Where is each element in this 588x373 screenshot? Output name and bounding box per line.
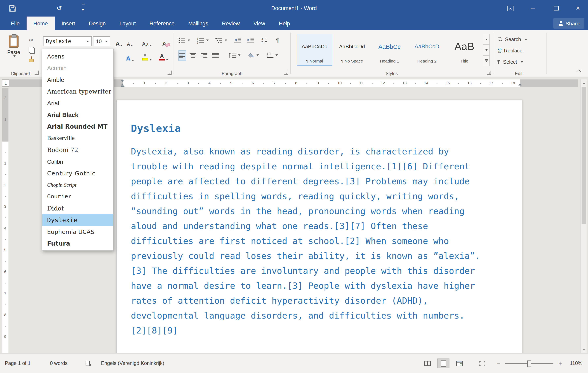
font-option[interactable]: Didot [42, 202, 113, 214]
font-option[interactable]: Arial Rounded MT [42, 121, 113, 132]
font-option[interactable]: Baskerville [42, 132, 113, 144]
font-option[interactable]: Chopin Script [42, 179, 113, 191]
shading-button[interactable] [248, 50, 259, 60]
zoom-slider-thumb[interactable] [527, 360, 531, 367]
font-option[interactable]: Arial [42, 97, 113, 109]
style-chip[interactable]: AaBbCcDd ¶ No Space [334, 34, 370, 66]
style-chip[interactable]: AaBbCcDd ¶ Normal [297, 34, 332, 66]
right-indent-marker[interactable] [518, 83, 522, 86]
styles-scroll-down-button[interactable] [483, 44, 490, 56]
ribbon-tab[interactable]: Help [272, 17, 297, 30]
minimize-button[interactable] [526, 0, 540, 17]
format-painter-button[interactable] [25, 55, 37, 64]
copy-button[interactable] [25, 45, 37, 54]
zoom-out-button[interactable]: − [495, 360, 501, 367]
vertical-scrollbar[interactable] [580, 79, 587, 353]
align-right-button[interactable] [201, 50, 208, 60]
multilevel-list-button[interactable] [215, 35, 227, 45]
paste-button[interactable]: Paste [3, 34, 24, 67]
left-indent-marker[interactable] [121, 86, 125, 87]
language-indicator[interactable]: Engels (Verenigd Koninkrijk) [101, 361, 164, 366]
ribbon-tab[interactable]: Design [82, 17, 113, 30]
show-hide-paragraph-button[interactable]: ¶ [276, 35, 279, 45]
document-body-text[interactable]: Dyslexia, also known as reading disorder… [131, 144, 510, 338]
tab-selector[interactable]: L [2, 79, 9, 87]
page-indicator[interactable]: Page 1 of 1 [5, 361, 31, 366]
font-option[interactable]: Acumin [42, 62, 113, 74]
styles-dialog-launcher[interactable] [487, 71, 491, 75]
document-heading[interactable]: Dyslexia [131, 122, 510, 135]
align-left-button[interactable] [178, 50, 186, 61]
collapse-ribbon-button[interactable] [575, 68, 582, 75]
clear-formatting-button[interactable]: A [162, 36, 170, 48]
proofing-button[interactable] [85, 360, 91, 366]
font-option[interactable]: Calibri [42, 156, 113, 167]
font-option[interactable]: Dyslexie [42, 214, 113, 226]
ribbon-tab[interactable]: Home [27, 17, 55, 30]
justify-button[interactable] [212, 50, 219, 60]
font-option[interactable]: Euphemia UCAS [42, 226, 113, 238]
numbering-button[interactable]: 123 [197, 35, 209, 45]
clipboard-dialog-launcher[interactable] [35, 71, 39, 75]
grow-font-button[interactable]: A [116, 36, 122, 48]
change-case-button[interactable]: Aa [142, 36, 152, 48]
ribbon-tab[interactable]: Insert [55, 17, 82, 30]
bullets-button[interactable] [178, 35, 190, 45]
font-option[interactable]: Amble [42, 74, 113, 86]
font-name-combobox[interactable]: Dyslexie [43, 36, 92, 46]
scrollbar-down-button[interactable] [581, 347, 587, 352]
paragraph-dialog-launcher[interactable] [284, 71, 288, 75]
ribbon-tab[interactable]: Reference [143, 17, 181, 30]
vertical-ruler[interactable]: 12123456789 [2, 88, 9, 353]
scrollbar-thumb[interactable] [582, 87, 586, 224]
ribbon-tab[interactable]: Review [215, 17, 247, 30]
style-chip[interactable]: AaBbCcD Heading 2 [409, 34, 445, 66]
borders-button[interactable] [267, 50, 278, 60]
font-option[interactable]: Acens [42, 50, 113, 62]
zoom-percentage[interactable]: 110% [567, 361, 582, 366]
word-count[interactable]: 0 words [50, 361, 68, 366]
scrollbar-up-button[interactable] [581, 80, 587, 86]
ribbon-tab[interactable]: Layout [113, 17, 143, 30]
print-layout-button[interactable] [437, 359, 450, 368]
cut-button[interactable]: ✂ [25, 35, 37, 44]
style-chip[interactable]: AaBbCc Heading 1 [372, 34, 407, 66]
font-size-combobox[interactable]: 10 [93, 36, 110, 46]
replace-button[interactable]: abac Replace [498, 46, 522, 55]
focus-mode-button[interactable] [476, 359, 488, 368]
font-color-button[interactable]: A [159, 50, 168, 62]
font-option[interactable]: Bodoni 72 [42, 144, 113, 156]
font-option[interactable]: Century Gothic [42, 167, 113, 179]
text-effects-button[interactable]: A [126, 51, 134, 63]
maximize-button[interactable] [549, 0, 563, 17]
decrease-indent-button[interactable] [234, 35, 241, 45]
web-layout-button[interactable] [453, 359, 466, 368]
close-button[interactable]: × [571, 0, 585, 17]
document-page[interactable]: Dyslexia Dyslexia, also known as reading… [116, 100, 522, 353]
ribbon-tab[interactable]: Mailings [181, 17, 215, 30]
ribbon-tab[interactable]: File [4, 17, 27, 30]
hanging-indent-marker[interactable] [121, 83, 124, 86]
align-center-button[interactable] [190, 50, 197, 60]
font-option[interactable]: American typewriter [42, 86, 113, 97]
search-button[interactable]: Search [498, 35, 527, 44]
font-dialog-launcher[interactable] [168, 71, 172, 75]
share-button[interactable]: Share [554, 18, 584, 29]
sort-button[interactable]: AZ [261, 35, 268, 45]
select-button[interactable]: Select [498, 58, 523, 66]
text-highlight-button[interactable] [142, 50, 152, 62]
shrink-font-button[interactable]: A [127, 36, 133, 48]
ribbon-display-options-button[interactable] [504, 0, 517, 17]
font-option[interactable]: Futura [42, 238, 113, 249]
increase-indent-button[interactable] [247, 35, 254, 45]
styles-scroll-up-button[interactable] [483, 34, 490, 45]
font-option[interactable]: Arial Black [42, 109, 113, 121]
zoom-slider[interactable] [505, 363, 553, 364]
styles-more-button[interactable] [483, 55, 490, 66]
read-mode-button[interactable] [421, 359, 433, 368]
line-spacing-button[interactable] [228, 50, 241, 60]
first-line-indent-marker[interactable] [121, 80, 124, 82]
zoom-in-button[interactable]: + [557, 360, 563, 367]
style-chip[interactable]: AaB Title [447, 34, 482, 66]
ribbon-tab[interactable]: View [246, 17, 272, 30]
